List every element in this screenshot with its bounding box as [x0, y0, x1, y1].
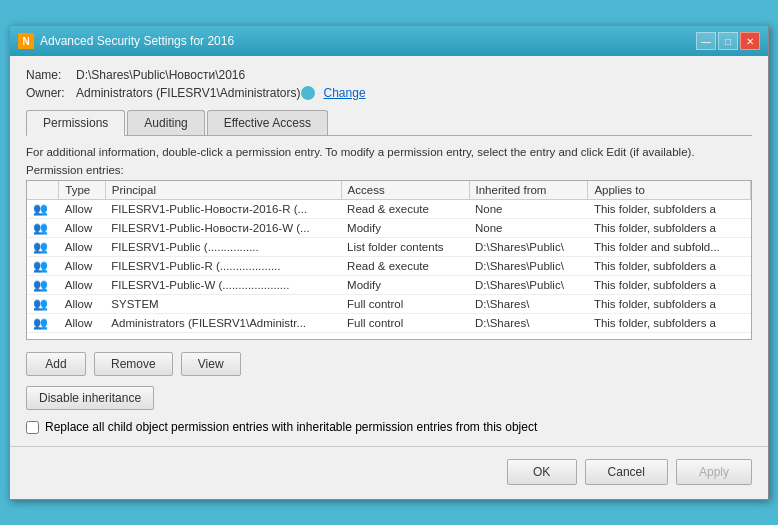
col-header-principal: Principal — [105, 181, 341, 200]
owner-value: Administrators (FILESRV1\Administrators) — [76, 86, 301, 100]
table-header-row: Type Principal Access Inherited from App… — [27, 181, 751, 200]
permissions-table: Type Principal Access Inherited from App… — [27, 181, 751, 333]
row-type: Allow — [59, 295, 106, 314]
permissions-table-container[interactable]: Type Principal Access Inherited from App… — [26, 180, 752, 340]
globe-icon — [301, 86, 315, 100]
row-applies-to: This folder, subfolders a — [588, 219, 751, 238]
row-principal: FILESRV1-Public-Новости-2016-W (... — [105, 219, 341, 238]
row-inherited-from: D:\Shares\Public\ — [469, 276, 588, 295]
row-type: Allow — [59, 238, 106, 257]
name-row: Name: D:\Shares\Public\Новости\2016 — [26, 68, 752, 82]
ok-button[interactable]: OK — [507, 459, 577, 485]
replace-permissions-checkbox[interactable] — [26, 421, 39, 434]
main-window: N Advanced Security Settings for 2016 — … — [9, 25, 769, 500]
row-applies-to: This folder, subfolders a — [588, 276, 751, 295]
col-header-type-text: Type — [59, 181, 106, 200]
remove-button[interactable]: Remove — [94, 352, 173, 376]
row-principal: FILESRV1-Public-R (................... — [105, 257, 341, 276]
table-row[interactable]: 👥 Allow FILESRV1-Public-Новости-2016-R (… — [27, 200, 751, 219]
disable-inheritance-button[interactable]: Disable inheritance — [26, 386, 154, 410]
info-text: For additional information, double-click… — [26, 146, 752, 158]
col-header-access: Access — [341, 181, 469, 200]
dialog-content: Name: D:\Shares\Public\Новости\2016 Owne… — [10, 56, 768, 446]
row-icon: 👥 — [27, 238, 59, 257]
row-access: Read & execute — [341, 257, 469, 276]
tab-permissions[interactable]: Permissions — [26, 110, 125, 136]
row-inherited-from: D:\Shares\Public\ — [469, 238, 588, 257]
add-button[interactable]: Add — [26, 352, 86, 376]
bottom-button-bar: OK Cancel Apply — [10, 446, 768, 499]
apply-button[interactable]: Apply — [676, 459, 752, 485]
name-label: Name: — [26, 68, 76, 82]
title-bar-left: N Advanced Security Settings for 2016 — [18, 33, 234, 49]
minimize-button[interactable]: — — [696, 32, 716, 50]
view-button[interactable]: View — [181, 352, 241, 376]
col-header-type — [27, 181, 59, 200]
row-icon: 👥 — [27, 314, 59, 333]
table-row[interactable]: 👥 Allow FILESRV1-Public-Новости-2016-W (… — [27, 219, 751, 238]
table-row[interactable]: 👥 Allow SYSTEM Full control D:\Shares\ T… — [27, 295, 751, 314]
owner-row: Owner: Administrators (FILESRV1\Administ… — [26, 86, 752, 100]
table-row[interactable]: 👥 Allow Administrators (FILESRV1\Adminis… — [27, 314, 751, 333]
row-principal: FILESRV1-Public-W (..................... — [105, 276, 341, 295]
row-type: Allow — [59, 257, 106, 276]
row-principal: SYSTEM — [105, 295, 341, 314]
col-header-inherited: Inherited from — [469, 181, 588, 200]
tab-auditing[interactable]: Auditing — [127, 110, 204, 135]
row-principal: FILESRV1-Public (................ — [105, 238, 341, 257]
cancel-button[interactable]: Cancel — [585, 459, 668, 485]
col-header-applies: Applies to — [588, 181, 751, 200]
row-type: Allow — [59, 200, 106, 219]
row-inherited-from: D:\Shares\ — [469, 295, 588, 314]
row-access: Modify — [341, 219, 469, 238]
row-icon: 👥 — [27, 276, 59, 295]
permission-entries-label: Permission entries: — [26, 164, 752, 176]
row-applies-to: This folder and subfold... — [588, 238, 751, 257]
title-bar: N Advanced Security Settings for 2016 — … — [10, 26, 768, 56]
maximize-button[interactable]: □ — [718, 32, 738, 50]
row-applies-to: This folder, subfolders a — [588, 295, 751, 314]
row-inherited-from: D:\Shares\Public\ — [469, 257, 588, 276]
row-access: Full control — [341, 295, 469, 314]
row-applies-to: This folder, subfolders a — [588, 314, 751, 333]
row-inherited-from: None — [469, 219, 588, 238]
row-inherited-from: None — [469, 200, 588, 219]
row-type: Allow — [59, 276, 106, 295]
entry-action-buttons: Add Remove View — [26, 352, 752, 376]
row-icon: 👥 — [27, 295, 59, 314]
replace-checkbox-row: Replace all child object permission entr… — [26, 420, 752, 434]
row-icon: 👥 — [27, 219, 59, 238]
change-owner-link[interactable]: Change — [324, 86, 366, 100]
row-icon: 👥 — [27, 257, 59, 276]
owner-label: Owner: — [26, 86, 76, 100]
tab-bar: Permissions Auditing Effective Access — [26, 110, 752, 136]
row-access: Modify — [341, 276, 469, 295]
title-buttons: — □ ✕ — [696, 32, 760, 50]
row-access: Full control — [341, 314, 469, 333]
name-value: D:\Shares\Public\Новости\2016 — [76, 68, 245, 82]
table-row[interactable]: 👥 Allow FILESRV1-Public (...............… — [27, 238, 751, 257]
row-access: Read & execute — [341, 200, 469, 219]
row-applies-to: This folder, subfolders a — [588, 257, 751, 276]
row-access: List folder contents — [341, 238, 469, 257]
app-icon: N — [18, 33, 34, 49]
table-row[interactable]: 👥 Allow FILESRV1-Public-R (.............… — [27, 257, 751, 276]
window-title: Advanced Security Settings for 2016 — [40, 34, 234, 48]
row-type: Allow — [59, 219, 106, 238]
row-icon: 👥 — [27, 200, 59, 219]
row-inherited-from: D:\Shares\ — [469, 314, 588, 333]
replace-checkbox-label: Replace all child object permission entr… — [45, 420, 537, 434]
row-applies-to: This folder, subfolders a — [588, 200, 751, 219]
row-principal: Administrators (FILESRV1\Administr... — [105, 314, 341, 333]
row-type: Allow — [59, 314, 106, 333]
close-button[interactable]: ✕ — [740, 32, 760, 50]
table-row[interactable]: 👥 Allow FILESRV1-Public-W (.............… — [27, 276, 751, 295]
row-principal: FILESRV1-Public-Новости-2016-R (... — [105, 200, 341, 219]
tab-effective-access[interactable]: Effective Access — [207, 110, 328, 135]
